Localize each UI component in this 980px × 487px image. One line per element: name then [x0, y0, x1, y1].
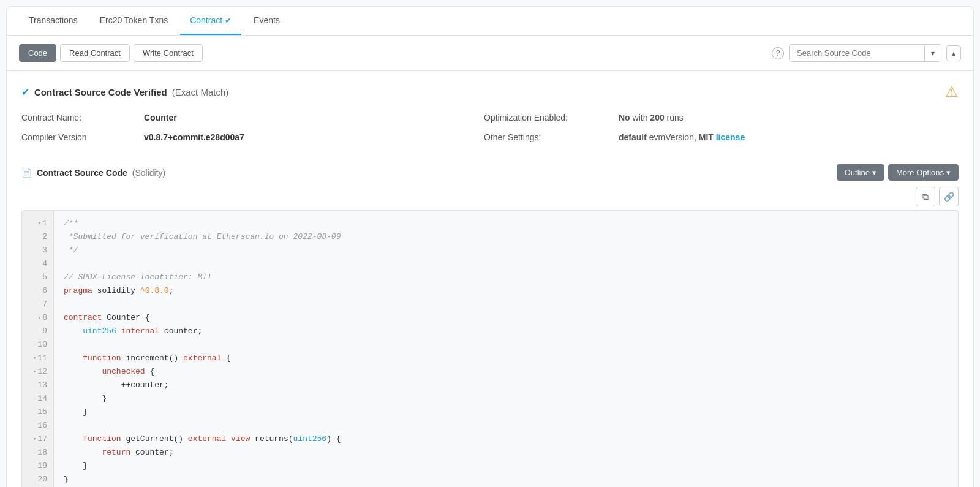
code-line-11: function increment() external { — [64, 352, 958, 365]
link-button[interactable]: 🔗 — [939, 187, 959, 206]
ln-18: 18 — [22, 446, 53, 459]
source-code-subtitle: (Solidity) — [132, 168, 165, 178]
ln-9: 9 — [22, 325, 53, 338]
code-line-9: uint256 internal counter; — [64, 325, 958, 338]
code-line-1: /** — [64, 217, 958, 230]
search-source-input[interactable] — [790, 45, 924, 61]
code-content: ▾1 2 3 4 5 6 7 ▾8 9 10 ▾11 ▾12 13 14 15 … — [22, 211, 958, 487]
code-line-10 — [64, 338, 958, 352]
outline-label: Outline — [845, 168, 870, 177]
search-dropdown-btn[interactable]: ▾ — [924, 45, 941, 61]
source-code-section: 📄 Contract Source Code (Solidity) Outlin… — [7, 164, 973, 487]
source-code-actions: Outline ▾ More Options ▾ — [837, 164, 959, 181]
more-options-chevron-icon: ▾ — [946, 168, 951, 177]
code-line-14: } — [64, 392, 958, 406]
code-line-19: } — [64, 459, 958, 473]
code-line-12: unchecked { — [64, 365, 958, 379]
outline-button[interactable]: Outline ▾ — [837, 164, 884, 181]
verified-sub-text: (Exact Match) — [172, 87, 229, 97]
ln-16: 16 — [22, 419, 53, 432]
tab-events[interactable]: Events — [244, 7, 290, 35]
source-code-file-icon: 📄 — [21, 168, 32, 178]
opt-200: 200 — [650, 113, 664, 123]
ln-20: 20 — [22, 473, 53, 486]
code-line-7 — [64, 298, 958, 311]
source-code-title: 📄 Contract Source Code (Solidity) — [21, 168, 165, 178]
optimization-label: Optimization Enabled: — [484, 113, 619, 123]
more-options-button[interactable]: More Options ▾ — [888, 164, 959, 181]
code-line-15: } — [64, 406, 958, 419]
tab-erc20[interactable]: Erc20 Token Txns — [90, 7, 178, 35]
code-line-5: // SPDX-License-Identifier: MIT — [64, 271, 958, 284]
ln-17: ▾17 — [22, 432, 53, 446]
verified-text: Contract Source Code Verified — [34, 87, 167, 97]
contract-verified-icon: ✔ — [225, 16, 232, 25]
code-line-8: contract Counter { — [64, 311, 958, 325]
fold-11[interactable]: ▾ — [33, 354, 36, 363]
ln-19: 19 — [22, 459, 53, 473]
ln-7: 7 — [22, 298, 53, 311]
tab-transactions[interactable]: Transactions — [19, 7, 88, 35]
warning-icon: ⚠ — [945, 83, 959, 100]
copy-icon: ⧉ — [922, 192, 929, 202]
tab-contract-label: Contract — [190, 15, 222, 25]
sub-toolbar-right: ? ▾ ▴ — [772, 44, 961, 62]
ln-15: 15 — [22, 406, 53, 419]
code-line-4 — [64, 257, 958, 271]
line-numbers: ▾1 2 3 4 5 6 7 ▾8 9 10 ▾11 ▾12 13 14 15 … — [22, 211, 54, 487]
code-line-2: *Submitted for verification at Etherscan… — [64, 230, 958, 244]
other-settings-mit: MIT — [699, 132, 714, 142]
contract-info-grid: Contract Name: Counter Optimization Enab… — [21, 113, 959, 142]
code-line-18: return counter; — [64, 446, 958, 459]
compiler-label: Compiler Version — [21, 132, 144, 142]
ln-11: ▾11 — [22, 352, 53, 365]
opt-no: No — [619, 113, 630, 123]
optimization-value: No with 200 runs — [619, 113, 959, 123]
read-contract-button[interactable]: Read Contract — [60, 44, 130, 62]
compiler-value: v0.8.7+commit.e28d00a7 — [144, 132, 484, 142]
write-contract-button[interactable]: Write Contract — [134, 44, 203, 62]
help-icon[interactable]: ? — [772, 47, 784, 59]
other-settings-evm: evmVersion, — [649, 132, 699, 142]
fold-12[interactable]: ▾ — [33, 368, 36, 376]
source-code-header: 📄 Contract Source Code (Solidity) Outlin… — [21, 164, 959, 181]
code-line-16 — [64, 419, 958, 432]
search-source-wrapper: ▾ — [789, 44, 941, 62]
ln-10: 10 — [22, 338, 53, 352]
license-link[interactable]: license — [716, 132, 745, 142]
fold-1[interactable]: ▾ — [38, 219, 41, 228]
code-line-17: function getCurrent() external view retu… — [64, 432, 958, 446]
code-line-13: ++counter; — [64, 379, 958, 392]
more-options-label: More Options — [896, 168, 944, 177]
code-editor: ▾1 2 3 4 5 6 7 ▾8 9 10 ▾11 ▾12 13 14 15 … — [21, 210, 959, 487]
copy-button[interactable]: ⧉ — [916, 187, 935, 206]
search-collapse-button[interactable]: ▴ — [946, 45, 961, 61]
fold-8[interactable]: ▾ — [38, 314, 41, 322]
ln-8: ▾8 — [22, 311, 53, 325]
ln-1: ▾1 — [22, 217, 53, 230]
ln-5: 5 — [22, 271, 53, 284]
ln-14: 14 — [22, 392, 53, 406]
fold-17[interactable]: ▾ — [33, 435, 36, 444]
source-code-title-text: Contract Source Code — [37, 168, 127, 178]
contract-name-label: Contract Name: — [21, 113, 144, 123]
ln-2: 2 — [22, 230, 53, 244]
code-button[interactable]: Code — [19, 44, 56, 62]
tab-contract[interactable]: Contract ✔ — [180, 7, 241, 35]
verified-header: ✔ Contract Source Code Verified (Exact M… — [21, 83, 959, 100]
code-line-6: pragma solidity ^0.8.0; — [64, 284, 958, 298]
code-lines: /** *Submitted for verification at Ether… — [54, 211, 958, 487]
ln-6: 6 — [22, 284, 53, 298]
code-line-20: } — [64, 473, 958, 486]
verified-title: ✔ Contract Source Code Verified (Exact M… — [21, 86, 228, 98]
other-settings-default: default — [619, 132, 647, 142]
ln-3: 3 — [22, 244, 53, 257]
code-toolbar-right: ⧉ 🔗 — [21, 187, 959, 206]
ln-12: ▾12 — [22, 365, 53, 379]
ln-4: 4 — [22, 257, 53, 271]
other-settings-value: default evmVersion, MIT license — [619, 132, 959, 142]
code-line-3: */ — [64, 244, 958, 257]
tabs-bar: Transactions Erc20 Token Txns Contract ✔… — [7, 7, 973, 36]
verified-check-icon: ✔ — [21, 86, 29, 98]
contract-info-section: ✔ Contract Source Code Verified (Exact M… — [7, 71, 973, 154]
